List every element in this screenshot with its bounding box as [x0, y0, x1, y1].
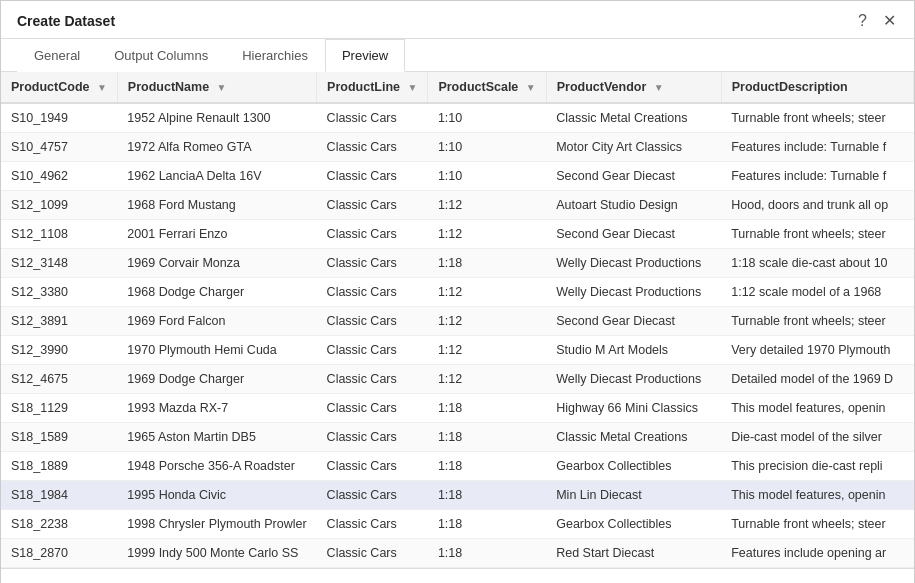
- cell-5: This model features, openin: [721, 481, 913, 510]
- cell-4: Studio M Art Models: [546, 336, 721, 365]
- close-icon[interactable]: ✕: [881, 11, 898, 30]
- cell-2: Classic Cars: [317, 452, 428, 481]
- cell-1: 1993 Mazda RX-7: [117, 394, 316, 423]
- filter-icon-name[interactable]: ▼: [217, 82, 227, 93]
- cell-4: Welly Diecast Productions: [546, 278, 721, 307]
- cell-3: 1:12: [428, 336, 546, 365]
- cell-4: Classic Metal Creations: [546, 423, 721, 452]
- cell-4: Red Start Diecast: [546, 539, 721, 568]
- cell-0: S18_2238: [1, 510, 117, 539]
- cell-5: Detailed model of the 1969 D: [721, 365, 913, 394]
- tab-output-columns[interactable]: Output Columns: [97, 39, 225, 72]
- col-header-product-scale[interactable]: ProductScale ▼: [428, 72, 546, 103]
- table-row[interactable]: S18_19841995 Honda CivicClassic Cars1:18…: [1, 481, 914, 510]
- cell-0: S12_4675: [1, 365, 117, 394]
- cell-2: Classic Cars: [317, 278, 428, 307]
- col-header-product-name[interactable]: ProductName ▼: [117, 72, 316, 103]
- tab-bar: General Output Columns Hierarchies Previ…: [1, 39, 914, 72]
- table-row[interactable]: S10_49621962 LanciaA Delta 16VClassic Ca…: [1, 162, 914, 191]
- filter-icon-vendor[interactable]: ▼: [654, 82, 664, 93]
- table-header-row: ProductCode ▼ ProductName ▼ ProductLine …: [1, 72, 914, 103]
- cell-2: Classic Cars: [317, 481, 428, 510]
- cell-1: 1969 Corvair Monza: [117, 249, 316, 278]
- table-row[interactable]: S12_33801968 Dodge ChargerClassic Cars1:…: [1, 278, 914, 307]
- cell-3: 1:18: [428, 249, 546, 278]
- table-row[interactable]: S12_46751969 Dodge ChargerClassic Cars1:…: [1, 365, 914, 394]
- cell-4: Autoart Studio Design: [546, 191, 721, 220]
- table-row[interactable]: S10_47571972 Alfa Romeo GTAClassic Cars1…: [1, 133, 914, 162]
- cell-2: Classic Cars: [317, 249, 428, 278]
- tab-hierarchies[interactable]: Hierarchies: [225, 39, 325, 72]
- col-header-product-line[interactable]: ProductLine ▼: [317, 72, 428, 103]
- cell-1: 1969 Dodge Charger: [117, 365, 316, 394]
- cell-5: 1:18 scale die-cast about 10: [721, 249, 913, 278]
- cell-4: Second Gear Diecast: [546, 220, 721, 249]
- cell-1: 1965 Aston Martin DB5: [117, 423, 316, 452]
- cell-1: 1948 Porsche 356-A Roadster: [117, 452, 316, 481]
- table-row[interactable]: S12_11082001 Ferrari EnzoClassic Cars1:1…: [1, 220, 914, 249]
- table-body: S10_19491952 Alpine Renault 1300Classic …: [1, 103, 914, 568]
- col-header-product-code[interactable]: ProductCode ▼: [1, 72, 117, 103]
- cell-1: 1999 Indy 500 Monte Carlo SS: [117, 539, 316, 568]
- cell-3: 1:12: [428, 365, 546, 394]
- cell-5: This model features, openin: [721, 394, 913, 423]
- cell-5: Turnable front wheels; steer: [721, 103, 913, 133]
- col-header-product-description[interactable]: ProductDescription: [721, 72, 913, 103]
- cell-1: 1970 Plymouth Hemi Cuda: [117, 336, 316, 365]
- table-row[interactable]: S18_15891965 Aston Martin DB5Classic Car…: [1, 423, 914, 452]
- create-dataset-dialog: Create Dataset ? ✕ General Output Column…: [0, 0, 915, 583]
- table-row[interactable]: S18_11291993 Mazda RX-7Classic Cars1:18H…: [1, 394, 914, 423]
- filter-icon-line[interactable]: ▼: [408, 82, 418, 93]
- dialog-footer: PREVIEW SUBMIT CANCEL: [1, 569, 914, 583]
- table-row[interactable]: S12_39901970 Plymouth Hemi CudaClassic C…: [1, 336, 914, 365]
- cell-3: 1:10: [428, 162, 546, 191]
- cell-3: 1:18: [428, 394, 546, 423]
- cell-0: S12_3148: [1, 249, 117, 278]
- cell-4: Classic Metal Creations: [546, 103, 721, 133]
- cell-2: Classic Cars: [317, 307, 428, 336]
- cell-2: Classic Cars: [317, 336, 428, 365]
- cell-4: Gearbox Collectibles: [546, 510, 721, 539]
- filter-icon-code[interactable]: ▼: [97, 82, 107, 93]
- table-row[interactable]: S18_22381998 Chrysler Plymouth ProwlerCl…: [1, 510, 914, 539]
- table-row[interactable]: S18_28701999 Indy 500 Monte Carlo SSClas…: [1, 539, 914, 568]
- cell-2: Classic Cars: [317, 103, 428, 133]
- dialog-header: Create Dataset ? ✕: [1, 1, 914, 39]
- cell-0: S10_4757: [1, 133, 117, 162]
- table-row[interactable]: S12_31481969 Corvair MonzaClassic Cars1:…: [1, 249, 914, 278]
- cell-0: S10_1949: [1, 103, 117, 133]
- table-row[interactable]: S12_38911969 Ford FalconClassic Cars1:12…: [1, 307, 914, 336]
- cell-0: S12_3380: [1, 278, 117, 307]
- cell-4: Motor City Art Classics: [546, 133, 721, 162]
- cell-2: Classic Cars: [317, 133, 428, 162]
- help-icon[interactable]: ?: [856, 12, 869, 30]
- cell-3: 1:12: [428, 220, 546, 249]
- filter-icon-scale[interactable]: ▼: [526, 82, 536, 93]
- data-table-container[interactable]: ProductCode ▼ ProductName ▼ ProductLine …: [1, 72, 914, 569]
- cell-1: 1952 Alpine Renault 1300: [117, 103, 316, 133]
- cell-5: Hood, doors and trunk all op: [721, 191, 913, 220]
- cell-0: S18_1129: [1, 394, 117, 423]
- table-row[interactable]: S10_19491952 Alpine Renault 1300Classic …: [1, 103, 914, 133]
- cell-5: Turnable front wheels; steer: [721, 220, 913, 249]
- table-row[interactable]: S12_10991968 Ford MustangClassic Cars1:1…: [1, 191, 914, 220]
- cell-0: S18_1984: [1, 481, 117, 510]
- cell-1: 1998 Chrysler Plymouth Prowler: [117, 510, 316, 539]
- cell-4: Second Gear Diecast: [546, 162, 721, 191]
- cell-1: 1969 Ford Falcon: [117, 307, 316, 336]
- tab-preview[interactable]: Preview: [325, 39, 405, 72]
- dialog-title: Create Dataset: [17, 13, 115, 29]
- cell-4: Highway 66 Mini Classics: [546, 394, 721, 423]
- cell-2: Classic Cars: [317, 191, 428, 220]
- cell-1: 1962 LanciaA Delta 16V: [117, 162, 316, 191]
- tab-general[interactable]: General: [17, 39, 97, 72]
- cell-1: 1972 Alfa Romeo GTA: [117, 133, 316, 162]
- cell-0: S12_3891: [1, 307, 117, 336]
- col-header-product-vendor[interactable]: ProductVendor ▼: [546, 72, 721, 103]
- cell-3: 1:12: [428, 307, 546, 336]
- cell-0: S18_1589: [1, 423, 117, 452]
- cell-3: 1:10: [428, 103, 546, 133]
- cell-5: 1:12 scale model of a 1968: [721, 278, 913, 307]
- cell-0: S10_4962: [1, 162, 117, 191]
- table-row[interactable]: S18_18891948 Porsche 356-A RoadsterClass…: [1, 452, 914, 481]
